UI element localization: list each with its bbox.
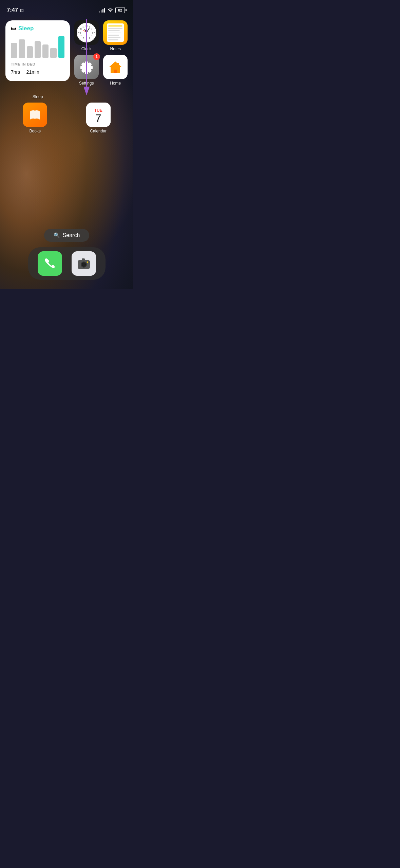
svg-rect-33	[82, 258, 85, 260]
calendar-label: Calendar	[90, 129, 107, 133]
sleep-bed-icon: 🛏	[11, 25, 16, 32]
svg-text:2: 2	[91, 28, 92, 30]
svg-text:8: 8	[80, 35, 81, 37]
right-app-column: 12 3 6 9 1 2 4 5 7 8	[74, 20, 128, 86]
main-content: 🛏 Sleep TIME IN BED 7hrs 21min	[0, 17, 133, 139]
top-row: 🛏 Sleep TIME IN BED 7hrs 21min	[5, 20, 128, 86]
sleep-widget[interactable]: 🛏 Sleep TIME IN BED 7hrs 21min	[5, 20, 70, 81]
search-button[interactable]: 🔍 Search	[44, 229, 90, 242]
status-bar: 7:47 ⊡ 82	[0, 0, 133, 17]
sleep-chart	[11, 36, 64, 58]
svg-text:11: 11	[82, 26, 84, 28]
books-app[interactable]: Books	[5, 103, 65, 133]
notes-label: Notes	[110, 47, 121, 51]
calendar-app[interactable]: TUE 7 Calendar	[69, 103, 128, 133]
settings-app[interactable]: 1 Settings	[74, 55, 99, 86]
svg-point-24	[86, 32, 87, 33]
signal-icon	[99, 8, 105, 13]
calendar-date: 7	[86, 113, 111, 124]
clock-app[interactable]: 12 3 6 9 1 2 4 5 7 8	[74, 20, 99, 51]
settings-badge: 1	[93, 53, 100, 60]
settings-label: Settings	[79, 81, 94, 86]
app-row-1: 12 3 6 9 1 2 4 5 7 8	[74, 20, 128, 51]
search-icon: 🔍	[54, 232, 60, 238]
svg-text:4: 4	[91, 35, 92, 37]
wifi-icon	[107, 7, 113, 13]
clock-label: Clock	[81, 47, 92, 51]
sleep-minutes: 21	[26, 69, 32, 75]
svg-point-34	[87, 261, 88, 263]
camera-app[interactable]	[72, 251, 96, 276]
books-label: Books	[30, 129, 41, 133]
svg-text:5: 5	[89, 37, 90, 39]
svg-text:1: 1	[89, 26, 90, 28]
dock	[28, 247, 106, 280]
second-row: Books TUE 7 Calendar	[5, 103, 128, 133]
sleep-hours: 7	[11, 69, 14, 75]
app-row-2: 1 Settings	[74, 55, 128, 86]
phone-app[interactable]	[38, 251, 62, 276]
sleep-duration: 7hrs 21min	[11, 67, 64, 76]
sleep-time-in-bed-label: TIME IN BED	[11, 62, 64, 66]
sleep-min-unit: min	[32, 69, 39, 75]
sleep-app-label: Sleep	[33, 94, 43, 99]
sleep-title-text: Sleep	[18, 25, 34, 32]
search-label: Search	[63, 232, 80, 238]
status-time: 7:47	[7, 7, 18, 14]
svg-text:7: 7	[83, 37, 84, 39]
svg-rect-26	[114, 70, 117, 73]
battery-level: 82	[118, 8, 122, 12]
status-icons: 82	[99, 7, 127, 13]
portrait-lock-icon: ⊡	[20, 8, 24, 13]
notes-app[interactable]: Notes	[103, 20, 128, 51]
sleep-hrs-unit: hrs	[14, 69, 20, 75]
svg-text:10: 10	[80, 28, 82, 30]
svg-rect-27	[117, 63, 119, 66]
battery-indicator: 82	[115, 7, 127, 13]
svg-point-32	[82, 263, 85, 266]
home-label: Home	[110, 81, 121, 86]
svg-text:12: 12	[85, 25, 88, 27]
home-app[interactable]: Home	[103, 55, 128, 86]
